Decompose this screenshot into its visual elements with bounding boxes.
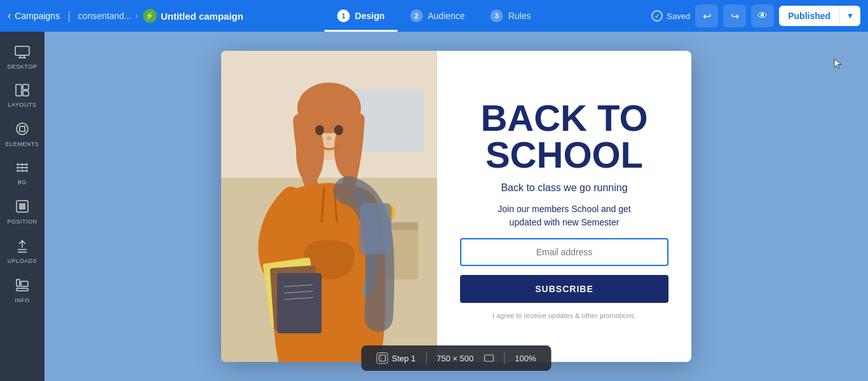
position-icon [15, 199, 29, 215]
popup-content-panel: BACK TO SCHOOL Back to class we go runni… [437, 51, 691, 362]
svg-rect-0 [15, 46, 29, 55]
svg-rect-6 [23, 91, 29, 96]
tab-audience[interactable]: 2 Audience [397, 0, 477, 32]
tab-rules-number: 3 [491, 10, 503, 22]
sidebar-item-uploads[interactable]: UPLOADS [0, 231, 44, 271]
undo-button[interactable]: ↩ [695, 4, 718, 27]
breadcrumb-text: consentand... [78, 11, 132, 21]
sidebar-layouts-label: LAYOUTS [8, 102, 37, 108]
tab-rules[interactable]: 3 Rules [478, 0, 544, 32]
sidebar-item-info[interactable]: INFO [0, 271, 44, 310]
tab-design-label: Design [355, 11, 385, 21]
svg-point-34 [327, 137, 332, 140]
svg-point-33 [334, 125, 343, 135]
dimensions-label: 750 × 500 [437, 354, 473, 363]
student-illustration [221, 51, 437, 362]
campaign-title-text: Untitled campaign [161, 11, 243, 22]
redo-button[interactable]: ↪ [723, 4, 746, 27]
dimensions-icon [484, 354, 494, 362]
subscribe-button[interactable]: SUBSCRIBE [460, 275, 668, 303]
tab-design[interactable]: 1 Design [325, 0, 398, 32]
chevron-left-icon: ‹ [8, 10, 11, 22]
top-navigation: ‹ Campaigns | consentand... › ⚡ Untitled… [0, 0, 868, 32]
sidebar-elements-label: ELEMENTS [6, 141, 39, 147]
nav-tabs: 1 Design 2 Audience 3 Rules [325, 0, 544, 32]
svg-point-7 [17, 123, 28, 135]
svg-rect-4 [16, 84, 22, 96]
tab-audience-number: 2 [410, 10, 423, 22]
popup-card: BACK TO SCHOOL Back to class we go runni… [221, 51, 691, 362]
step-indicator: Step 1 [376, 352, 416, 364]
sidebar-uploads-label: UPLOADS [8, 258, 37, 264]
zoom-level: 100% [515, 354, 536, 363]
popup-subtitle2: Join our members School and getupdated w… [498, 203, 630, 229]
mouse-cursor [834, 58, 843, 70]
divider2 [504, 352, 505, 364]
published-label: Published [779, 6, 839, 26]
sidebar-item-layouts[interactable]: LAYOUTS [0, 76, 44, 114]
layouts-icon [15, 84, 29, 98]
sidebar-item-position[interactable]: POSITION [0, 192, 44, 231]
svg-rect-8 [20, 126, 25, 131]
divider [426, 352, 426, 364]
sidebar-item-bg[interactable]: BG [0, 154, 44, 192]
svg-rect-44 [360, 203, 391, 254]
bg-icon [15, 161, 29, 176]
svg-rect-40 [277, 273, 322, 333]
popup-subtitle1: Back to class we go running [501, 182, 627, 194]
sidebar-bg-label: BG [18, 179, 27, 185]
sidebar-info-label: INFO [15, 297, 30, 304]
agree-text: I agree to receive updates & other promo… [492, 312, 636, 319]
step-label: Step 1 [391, 354, 416, 363]
nav-separator: | [67, 10, 71, 23]
nav-right: ✓ Saved ↩ ↪ 👁 Published ▼ [651, 4, 860, 27]
published-dropdown-icon[interactable]: ▼ [839, 6, 860, 25]
saved-text: Saved [667, 11, 690, 21]
published-button[interactable]: Published ▼ [779, 6, 860, 26]
campaign-icon: ⚡ [143, 9, 157, 23]
bottom-toolbar: Step 1 750 × 500 100% [361, 345, 551, 371]
info-icon [15, 278, 29, 294]
svg-rect-47 [484, 355, 493, 361]
desktop-icon [15, 46, 30, 60]
saved-check-icon: ✓ [651, 10, 663, 22]
uploads-icon [15, 239, 29, 255]
main-area: DESKTOP LAYOUTS ELEMENTS [0, 32, 868, 381]
campaigns-label: Campaigns [15, 11, 60, 21]
canvas-area[interactable]: BACK TO SCHOOL Back to class we go runni… [44, 32, 868, 381]
popup-title: BACK TO SCHOOL [480, 100, 648, 173]
preview-button[interactable]: 👁 [751, 4, 774, 27]
elements-icon [15, 122, 29, 138]
svg-rect-16 [19, 203, 25, 210]
svg-rect-21 [21, 281, 28, 286]
svg-rect-45 [379, 355, 385, 361]
tab-design-number: 1 [337, 10, 350, 22]
sidebar-desktop-label: DESKTOP [8, 64, 37, 70]
email-input[interactable] [460, 238, 668, 266]
svg-rect-5 [23, 84, 29, 90]
svg-rect-20 [17, 279, 20, 286]
sidebar: DESKTOP LAYOUTS ELEMENTS [0, 32, 44, 381]
campaigns-back-button[interactable]: ‹ Campaigns [8, 10, 60, 22]
breadcrumb-chevron-icon: › [135, 11, 138, 20]
saved-indicator: ✓ Saved [651, 10, 690, 22]
sidebar-position-label: POSITION [7, 218, 37, 225]
sidebar-item-elements[interactable]: ELEMENTS [0, 114, 44, 154]
sidebar-item-desktop[interactable]: DESKTOP [0, 38, 44, 76]
step-icon [376, 352, 388, 364]
svg-rect-19 [17, 288, 28, 291]
popup-image-panel [221, 51, 437, 362]
tab-rules-label: Rules [508, 11, 531, 21]
svg-point-32 [315, 125, 324, 135]
breadcrumb-link[interactable]: consentand... › [78, 11, 138, 21]
campaign-title: ⚡ Untitled campaign [143, 9, 243, 23]
tab-audience-label: Audience [428, 11, 465, 21]
